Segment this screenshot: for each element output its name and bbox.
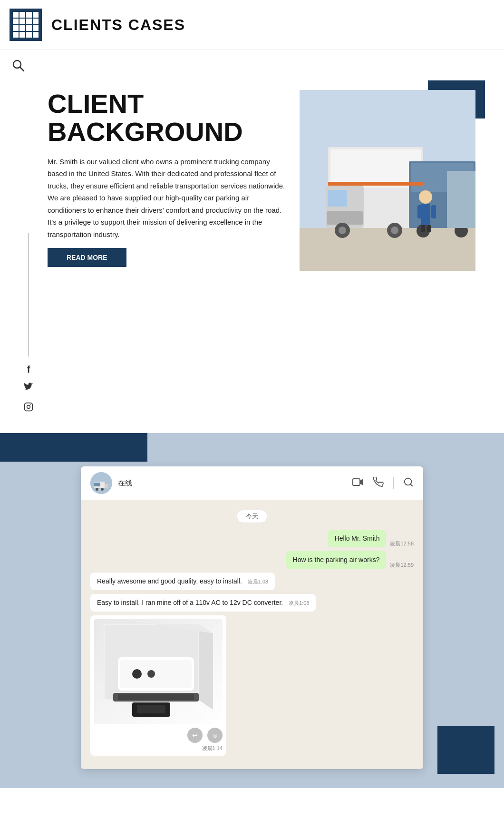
message-time: 凌晨12:59 [390,562,414,569]
emoji-icon[interactable]: ☺ [207,728,223,743]
message-bubble: Easy to install. I ran mine off of a 110… [90,594,316,612]
svg-marker-40 [199,624,213,710]
image-bubble: ↩ ☺ 凌晨1:14 [90,615,226,756]
chat-action-icons: ↩ ☺ [94,728,223,743]
main-content: f CLIENT BACKGROUND Mr. Smith is our val… [0,80,504,424]
chat-date: 今天 [90,510,414,523]
message-bubble: Really awesome and good quality, easy to… [90,573,275,590]
image-time: 凌晨1:14 [94,745,223,752]
chat-header-icons [352,477,414,490]
chat-accent-bottom [437,726,494,774]
svg-point-4 [30,405,31,405]
svg-rect-34 [353,479,360,485]
chat-section: 在线 [0,433,504,788]
svg-rect-27 [328,182,423,186]
product-image [94,619,223,724]
search-icon[interactable] [10,57,27,74]
reply-icon[interactable]: ↩ [187,728,203,743]
client-text: CLIENT BACKGROUND Mr. Smith is our value… [48,90,285,271]
chat-accent-top [0,433,147,462]
left-sidebar: f [19,90,38,414]
svg-rect-30 [94,483,100,486]
message-text: Really awesome and good quality, easy to… [97,577,242,585]
logo [10,9,42,41]
svg-line-37 [410,484,412,486]
video-call-icon[interactable] [352,477,364,489]
message-bubble: How is the parking air works? [286,551,387,569]
svg-rect-2 [25,403,33,411]
svg-rect-25 [421,225,425,232]
svg-rect-26 [427,225,431,232]
message-row: Really awesome and good quality, easy to… [90,573,414,590]
client-description: Mr. Smith is our valued client who owns … [48,156,285,241]
search-bar [0,50,504,80]
message-bubble: Hello Mr. Smith [328,530,387,547]
svg-point-44 [132,669,142,679]
svg-point-32 [101,488,104,491]
svg-rect-24 [431,205,436,218]
read-more-button[interactable]: READ MORE [48,248,126,267]
chat-window: 在线 [81,466,423,769]
truck-image [300,90,475,271]
image-message-row: ↩ ☺ 凌晨1:14 [90,615,414,756]
svg-rect-6 [300,228,475,271]
facebook-icon[interactable]: f [27,364,30,375]
svg-rect-43 [120,660,192,688]
header: CLIENTS CASES [0,0,504,50]
svg-rect-10 [328,190,347,207]
date-badge: 今天 [237,510,267,523]
svg-point-13 [339,227,346,234]
svg-rect-11 [327,211,363,225]
message-row: Hello Mr. Smith 凌晨12:58 [90,530,414,547]
svg-point-3 [27,405,30,409]
client-image [300,90,475,271]
logo-grid [13,12,39,38]
message-text: How is the parking air works? [293,556,380,563]
twitter-icon[interactable] [24,383,33,395]
svg-rect-33 [105,484,108,488]
message-row: Easy to install. I ran mine off of a 110… [90,594,414,612]
chat-messages: 今天 Hello Mr. Smith 凌晨12:58 How is the pa… [81,500,423,769]
message-text: Hello Mr. Smith [335,534,380,542]
message-time: 凌晨12:58 [390,540,414,547]
chat-online-info: 在线 [118,479,352,488]
message-row: How is the parking air works? 凌晨12:59 [90,551,414,569]
page-title: CLIENTS CASES [51,16,185,34]
svg-point-31 [96,488,98,491]
svg-point-21 [419,190,432,204]
svg-rect-23 [417,205,422,218]
svg-line-1 [20,67,24,71]
chat-divider [393,477,394,489]
search-chat-icon[interactable] [403,477,414,490]
phone-icon[interactable] [373,477,384,490]
svg-rect-20 [447,171,475,228]
svg-rect-49 [118,694,194,700]
message-time: 凌晨1:08 [248,579,268,584]
online-status: 在线 [118,479,132,487]
instagram-icon[interactable] [24,402,33,414]
chat-header: 在线 [81,466,423,500]
svg-rect-47 [137,705,165,713]
sidebar-line [28,233,29,356]
message-time: 凌晨1:08 [289,600,309,606]
message-text: Easy to install. I ran mine off of a 110… [97,599,283,606]
avatar [90,472,112,494]
svg-point-45 [147,670,155,678]
svg-point-15 [391,227,398,234]
content-area: CLIENT BACKGROUND Mr. Smith is our value… [38,90,475,414]
client-heading: CLIENT BACKGROUND [48,90,285,146]
svg-marker-35 [360,479,363,485]
client-section: CLIENT BACKGROUND Mr. Smith is our value… [48,90,475,271]
